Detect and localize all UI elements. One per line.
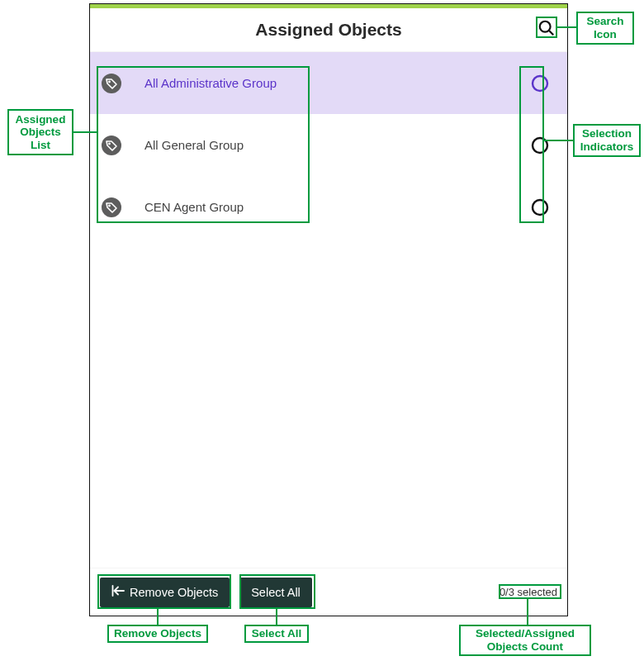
tag-icon [100,72,123,95]
svg-line-1 [549,31,553,35]
selection-indicator[interactable] [531,74,549,93]
callout-label-select-all: Select All [244,625,309,643]
svg-point-9 [108,204,111,207]
assigned-objects-panel: Assigned Objects All Administrative Grou… [89,3,568,616]
select-all-button[interactable]: Select All [239,578,312,607]
svg-point-5 [102,136,121,155]
panel-header: Assigned Objects [90,8,567,52]
remove-objects-button[interactable]: Remove Objects [100,578,230,607]
tag-icon [100,134,123,157]
list-item[interactable]: CEN Agent Group [90,176,567,238]
button-label: Remove Objects [130,586,218,599]
callout-label-selection-indicators: Selection Indicators [573,124,641,157]
arrow-left-bar-icon [111,585,125,599]
callout-label-assigned-list: Assigned Objects List [7,109,73,155]
selection-indicator[interactable] [531,136,549,155]
svg-point-6 [108,142,111,145]
list-item[interactable]: All Administrative Group [90,52,567,114]
callout-label-count: Selected/Assigned Objects Count [459,625,591,656]
list-item-label: CEN Agent Group [123,200,531,214]
svg-point-7 [533,138,547,153]
selection-count: 0/3 selected [500,586,557,598]
panel-footer: Remove Objects Select All 0/3 selected [90,568,567,616]
selection-indicator[interactable] [531,198,549,216]
svg-point-10 [533,200,547,215]
list-item-label: All General Group [123,138,531,152]
svg-point-8 [102,197,121,217]
callout-label-remove-objects: Remove Objects [107,625,208,643]
list-item-label: All Administrative Group [123,76,531,90]
assigned-objects-list[interactable]: All Administrative Group All General Gro… [90,52,567,568]
svg-point-2 [102,74,121,93]
search-icon [537,19,556,40]
list-item[interactable]: All General Group [90,114,567,176]
search-button[interactable] [534,17,559,42]
tag-icon [100,196,123,219]
svg-point-3 [108,80,111,83]
svg-point-4 [533,76,547,91]
button-label: Select All [251,586,301,599]
svg-point-0 [540,21,551,32]
page-title: Assigned Objects [255,20,401,40]
callout-label-search-icon: Search Icon [576,12,634,45]
